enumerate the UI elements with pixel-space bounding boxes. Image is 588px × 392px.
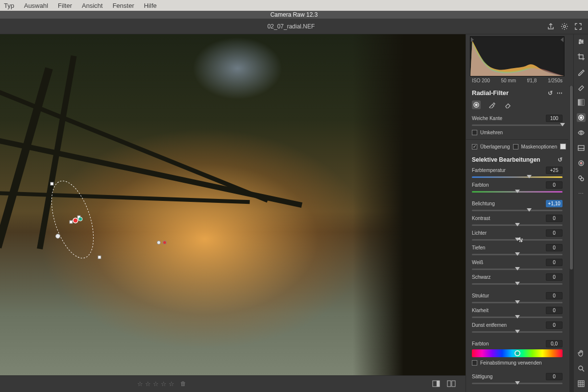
canvas-image[interactable] bbox=[0, 34, 466, 375]
slider-hue[interactable]: Farbton0,0 bbox=[466, 339, 568, 347]
fullscreen-icon[interactable] bbox=[574, 23, 582, 30]
star-2[interactable]: ☆ bbox=[145, 380, 151, 388]
slider-texture[interactable]: Struktur 0 bbox=[466, 291, 568, 305]
tool-eye-icon[interactable] bbox=[577, 128, 586, 137]
feather-value[interactable]: 100 bbox=[546, 115, 563, 122]
tool-radial-icon[interactable] bbox=[577, 113, 586, 122]
tool-preset-icon[interactable] bbox=[577, 174, 586, 183]
invert-row[interactable]: Umkehren bbox=[466, 128, 568, 137]
tool-more-icon[interactable]: ⋯ bbox=[577, 189, 586, 198]
slider-shadows[interactable]: Tiefen 0 bbox=[466, 243, 568, 257]
overlay-row: Überlagerung Maskenoptionen bbox=[466, 142, 568, 151]
label-clarity: Klarheit bbox=[472, 308, 489, 313]
reset-icon[interactable]: ↺ bbox=[548, 90, 553, 97]
track-temp[interactable] bbox=[472, 175, 563, 180]
slider-clarity[interactable]: Klarheit 0 bbox=[466, 305, 568, 320]
mask-color-swatch[interactable] bbox=[560, 144, 566, 149]
filter-pin[interactable] bbox=[163, 241, 167, 245]
menu-typ[interactable]: Typ bbox=[4, 2, 14, 9]
value-highlights[interactable]: 0 bbox=[546, 229, 563, 237]
menu-auswahl[interactable]: Auswahl bbox=[24, 2, 48, 9]
value-dehaze[interactable]: 0 bbox=[546, 321, 563, 329]
star-5[interactable]: ☆ bbox=[169, 380, 174, 388]
track-highlights[interactable] bbox=[472, 238, 563, 243]
value-temp[interactable]: +25 bbox=[546, 167, 563, 174]
value-exposure[interactable]: +1,10 bbox=[546, 200, 563, 207]
slider-whites[interactable]: Weiß 0 bbox=[466, 257, 568, 272]
star-1[interactable]: ☆ bbox=[137, 380, 143, 388]
value-contrast[interactable]: 0 bbox=[546, 215, 563, 222]
tool-eyedropper-icon[interactable] bbox=[577, 68, 586, 76]
mask-brush-icon[interactable] bbox=[488, 100, 496, 109]
gear-icon[interactable] bbox=[561, 23, 568, 30]
star-3[interactable]: ☆ bbox=[153, 380, 159, 388]
value-saturation[interactable]: 0 bbox=[546, 373, 563, 380]
finetune-row[interactable]: Feinabstimmung verwenden bbox=[466, 358, 568, 368]
tool-gradient-icon[interactable] bbox=[577, 98, 586, 107]
rating-stars[interactable]: ☆ ☆ ☆ ☆ ☆ 🗑 bbox=[137, 380, 186, 388]
tool-edit-icon[interactable] bbox=[577, 37, 586, 46]
panel-scrollbar[interactable] bbox=[569, 86, 573, 392]
filter-pin[interactable] bbox=[157, 241, 161, 245]
compare-split-icon[interactable] bbox=[447, 380, 456, 388]
slider-tint[interactable]: Farbton 0 bbox=[466, 180, 568, 195]
mask-new-icon[interactable] bbox=[472, 100, 481, 109]
tool-redeye-icon[interactable] bbox=[577, 159, 586, 168]
value-shadows[interactable]: 0 bbox=[546, 244, 563, 251]
track-contrast[interactable] bbox=[472, 223, 563, 228]
value-hue[interactable]: 0,0 bbox=[546, 340, 563, 347]
track-tint[interactable] bbox=[472, 190, 563, 195]
star-4[interactable]: ☆ bbox=[161, 380, 167, 388]
value-tint[interactable]: 0 bbox=[546, 181, 563, 189]
trash-icon[interactable]: 🗑 bbox=[180, 380, 186, 388]
slider-feather[interactable]: Weiche Kante 100 bbox=[466, 113, 568, 128]
slider-temp[interactable]: Farbtemperatur +25 bbox=[466, 165, 568, 180]
compare-single-icon[interactable] bbox=[432, 380, 440, 388]
share-icon[interactable] bbox=[547, 23, 555, 30]
tool-zoom-icon[interactable] bbox=[577, 364, 586, 373]
tool-grid-icon[interactable] bbox=[577, 379, 586, 388]
shadow-clip-icon[interactable] bbox=[471, 37, 476, 42]
value-blacks[interactable]: 0 bbox=[546, 273, 563, 281]
slider-exposure[interactable]: Belichtung +1,10 bbox=[466, 198, 568, 213]
track-dehaze[interactable] bbox=[472, 330, 563, 335]
track-shadows[interactable] bbox=[472, 252, 563, 257]
track-blacks[interactable] bbox=[472, 282, 563, 287]
maskopts-checkbox[interactable] bbox=[513, 144, 518, 149]
track-clarity[interactable] bbox=[472, 315, 563, 320]
slider-contrast[interactable]: Kontrast 0 bbox=[466, 213, 568, 228]
tool-crop-icon[interactable] bbox=[577, 52, 586, 61]
tool-heal-icon[interactable] bbox=[577, 83, 586, 92]
radial-filter-overlay[interactable] bbox=[49, 181, 103, 265]
mask-erase-icon[interactable] bbox=[503, 100, 512, 109]
menu-hilfe[interactable]: Hilfe bbox=[144, 2, 157, 9]
slider-saturation[interactable]: Sättigung 0 bbox=[466, 371, 568, 386]
track-saturation[interactable] bbox=[472, 381, 563, 386]
histogram[interactable] bbox=[470, 36, 564, 76]
menu-ansicht[interactable]: Ansicht bbox=[82, 2, 103, 9]
track-whites[interactable] bbox=[472, 267, 563, 272]
slider-dehaze[interactable]: Dunst entfernen 0 bbox=[466, 320, 568, 335]
tool-hand-icon[interactable] bbox=[577, 349, 586, 358]
slider-blacks[interactable]: Schwarz 0 bbox=[466, 272, 568, 287]
menu-filter[interactable]: Filter bbox=[58, 2, 72, 9]
track-exposure[interactable] bbox=[472, 208, 563, 213]
more-icon[interactable]: ⋯ bbox=[557, 90, 563, 97]
overlay-checkbox[interactable] bbox=[472, 144, 477, 149]
highlight-clip-icon[interactable] bbox=[559, 37, 564, 42]
hue-strip[interactable] bbox=[472, 349, 563, 357]
reset-selective-icon[interactable]: ↺ bbox=[558, 156, 563, 163]
finetune-checkbox[interactable] bbox=[472, 360, 477, 366]
invert-checkbox[interactable] bbox=[472, 130, 477, 135]
tool-snapshot-icon[interactable] bbox=[577, 144, 586, 152]
os-menu-bar[interactable]: Typ Auswahl Filter Ansicht Fenster Hilfe bbox=[0, 0, 588, 11]
menu-fenster[interactable]: Fenster bbox=[113, 2, 134, 9]
value-clarity[interactable]: 0 bbox=[546, 307, 563, 314]
value-texture[interactable]: 0 bbox=[546, 292, 563, 299]
track-texture[interactable] bbox=[472, 300, 563, 305]
svg-rect-30 bbox=[578, 381, 584, 387]
slider-highlights[interactable]: Lichter 0 bbox=[466, 228, 568, 243]
filter-pin[interactable] bbox=[55, 234, 60, 239]
value-whites[interactable]: 0 bbox=[546, 259, 563, 266]
hue-handle[interactable] bbox=[514, 350, 520, 356]
